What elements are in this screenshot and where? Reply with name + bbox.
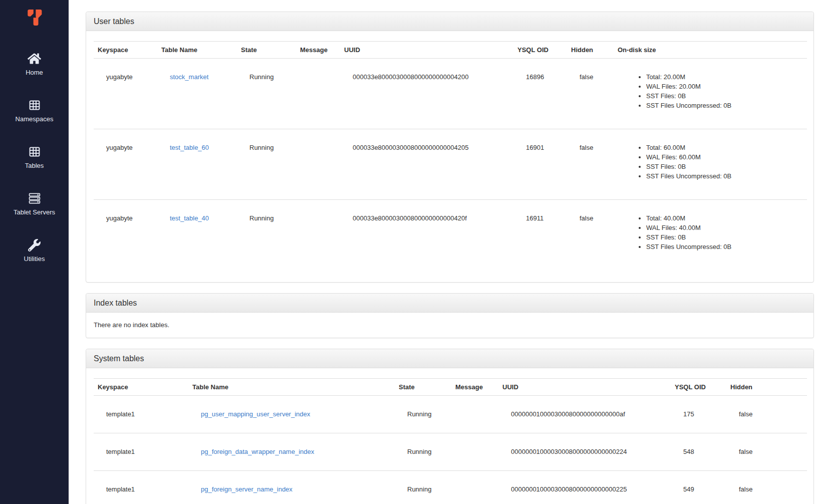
on-disk-size-item: WAL Files: 20.00M (646, 82, 803, 91)
table-name-link[interactable]: test_table_60 (170, 144, 209, 151)
cell-keyspace: template1 (94, 471, 188, 504)
sidebar-item-tables[interactable]: Tables (0, 145, 69, 170)
cell-state: Running (237, 200, 296, 271)
sidebar: Home Namespaces (0, 0, 69, 504)
cell-keyspace: yugabyte (94, 59, 157, 129)
sidebar-nav: Home Namespaces (0, 52, 69, 285)
cell-message (296, 200, 340, 271)
sidebar-item-label: Tablet Servers (14, 208, 55, 216)
table-name-link[interactable]: pg_user_mapping_user_server_index (201, 410, 310, 418)
index-tables-empty-message: There are no index tables. (86, 313, 813, 338)
index-tables-panel: Index tables There are no index tables. (86, 293, 814, 338)
cell-uuid: 000033e8000030008000000000004200 (340, 59, 513, 129)
on-disk-size-item: Total: 40.00M (646, 213, 803, 223)
cell-table-name: stock_market (157, 59, 237, 129)
cell-on-disk: Total: 60.00MWAL Files: 60.00MSST Files:… (614, 129, 807, 200)
table-row: template1pg_user_mapping_user_server_ind… (94, 396, 807, 433)
on-disk-size-list: Total: 60.00MWAL Files: 60.00MSST Files:… (626, 143, 803, 181)
cell-message (296, 59, 340, 129)
cell-message (451, 396, 498, 433)
yugabyte-logo[interactable] (0, 0, 69, 29)
cell-keyspace: yugabyte (94, 129, 157, 200)
col-on-disk-size: On-disk size (614, 42, 807, 59)
cell-uuid: 00000001000030008000000000000224 (498, 433, 671, 471)
table-row: yugabytetest_table_60Running000033e80000… (94, 129, 807, 200)
system-tables-panel: System tables Keyspace Table Name State … (86, 349, 814, 504)
system-tables-body: template1pg_user_mapping_user_server_ind… (94, 396, 807, 504)
cell-ysql-oid: 16911 (513, 200, 567, 271)
cell-state: Running (395, 433, 451, 471)
cell-uuid: 000033e800003000800000000000420f (340, 200, 513, 271)
cell-state: Running (395, 396, 451, 433)
namespaces-icon (28, 99, 42, 112)
col-hidden: Hidden (567, 42, 614, 59)
sidebar-item-label: Namespaces (16, 115, 54, 123)
cell-ysql-oid: 548 (671, 433, 726, 471)
on-disk-size-item: WAL Files: 40.00M (646, 223, 803, 232)
cell-table-name: pg_user_mapping_user_server_index (188, 396, 395, 433)
col-keyspace: Keyspace (94, 379, 188, 396)
table-row: yugabytetest_table_40Running000033e80000… (94, 200, 807, 271)
col-uuid: UUID (498, 379, 671, 396)
table-name-link[interactable]: pg_foreign_data_wrapper_name_index (201, 448, 314, 455)
cell-state: Running (237, 59, 296, 129)
col-message: Message (451, 379, 498, 396)
sidebar-item-label: Tables (25, 162, 44, 170)
user-tables-body: yugabytestock_marketRunning000033e800003… (94, 59, 807, 271)
cell-ysql-oid: 549 (671, 471, 726, 504)
cell-message (451, 471, 498, 504)
on-disk-size-item: Total: 20.00M (646, 72, 803, 82)
cell-keyspace: template1 (94, 396, 188, 433)
sidebar-item-label: Home (26, 69, 43, 77)
sidebar-item-utilities[interactable]: Utilities (0, 238, 69, 263)
table-name-link[interactable]: test_table_40 (170, 214, 209, 222)
col-message: Message (296, 42, 340, 59)
cell-ysql-oid: 175 (671, 396, 726, 433)
cell-table-name: test_table_40 (157, 200, 237, 271)
cell-message (451, 433, 498, 471)
on-disk-size-item: SST Files Uncompressed: 0B (646, 171, 803, 181)
cell-uuid: 000033e8000030008000000000004205 (340, 129, 513, 200)
on-disk-size-list: Total: 40.00MWAL Files: 40.00MSST Files:… (626, 213, 803, 251)
sidebar-item-tablet-servers[interactable]: Tablet Servers (0, 192, 69, 216)
cell-keyspace: yugabyte (94, 200, 157, 271)
sidebar-item-home[interactable]: Home (0, 52, 69, 77)
cell-uuid: 00000001000030008000000000000225 (498, 471, 671, 504)
user-tables-panel: User tables Keyspace Table Name State Me… (86, 12, 814, 283)
table-header-row: Keyspace Table Name State Message UUID Y… (94, 379, 807, 396)
cell-state: Running (237, 129, 296, 200)
on-disk-size-item: SST Files: 0B (646, 162, 803, 171)
cell-ysql-oid: 16896 (513, 59, 567, 129)
on-disk-size-item: Total: 60.00M (646, 143, 803, 152)
table-row: yugabytestock_marketRunning000033e800003… (94, 59, 807, 129)
user-tables-table: Keyspace Table Name State Message UUID Y… (94, 41, 807, 270)
cell-hidden: false (567, 59, 614, 129)
tables-icon (28, 145, 42, 158)
col-ysql-oid: YSQL OID (513, 42, 567, 59)
cell-hidden: false (726, 471, 807, 504)
col-uuid: UUID (340, 42, 513, 59)
cell-hidden: false (567, 129, 614, 200)
on-disk-size-item: SST Files Uncompressed: 0B (646, 242, 803, 251)
sidebar-item-namespaces[interactable]: Namespaces (0, 99, 69, 123)
cell-hidden: false (726, 396, 807, 433)
cell-on-disk: Total: 20.00MWAL Files: 20.00MSST Files:… (614, 59, 807, 129)
system-tables-table: Keyspace Table Name State Message UUID Y… (94, 378, 807, 504)
table-header-row: Keyspace Table Name State Message UUID Y… (94, 42, 807, 59)
table-name-link[interactable]: stock_market (170, 73, 208, 81)
tablet-servers-icon (28, 192, 42, 205)
cell-keyspace: template1 (94, 433, 188, 471)
cell-hidden: false (567, 200, 614, 271)
main-content: User tables Keyspace Table Name State Me… (86, 0, 814, 504)
cell-state: Running (395, 471, 451, 504)
cell-ysql-oid: 16901 (513, 129, 567, 200)
on-disk-size-list: Total: 20.00MWAL Files: 20.00MSST Files:… (626, 72, 803, 110)
cell-uuid: 000000010000300080000000000000af (498, 396, 671, 433)
on-disk-size-item: WAL Files: 60.00M (646, 152, 803, 162)
table-row: template1pg_foreign_data_wrapper_name_in… (94, 433, 807, 471)
table-row: template1pg_foreign_server_name_indexRun… (94, 471, 807, 504)
on-disk-size-item: SST Files: 0B (646, 91, 803, 101)
cell-table-name: pg_foreign_data_wrapper_name_index (188, 433, 395, 471)
table-name-link[interactable]: pg_foreign_server_name_index (201, 485, 293, 493)
on-disk-size-item: SST Files: 0B (646, 232, 803, 242)
